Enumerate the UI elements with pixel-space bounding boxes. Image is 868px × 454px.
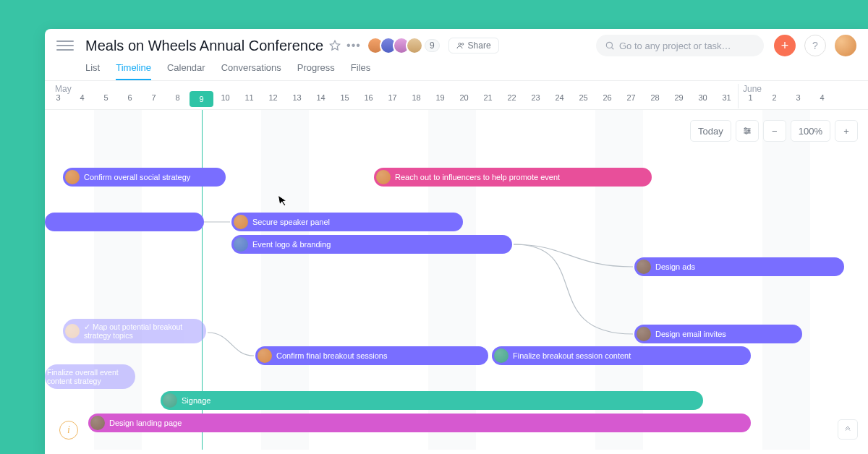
assignee-avatar (637, 260, 651, 274)
timeline-body[interactable]: Today − 100% + Confirm overall social st… (45, 110, 868, 450)
svg-point-10 (745, 132, 746, 134)
day-cell[interactable]: 2 (762, 93, 786, 107)
info-icon[interactable]: i (59, 421, 78, 440)
app-window: Meals on Wheels Annual Conference ••• 9 … (45, 29, 868, 454)
people-icon (456, 41, 465, 50)
day-cell[interactable]: 29 (667, 93, 691, 107)
zoom-out-button[interactable]: − (763, 120, 786, 142)
assignee-avatar (258, 348, 272, 363)
task-design-email[interactable]: Design email invites (634, 325, 802, 343)
day-cell[interactable]: 26 (595, 93, 619, 107)
task-finalize-overall[interactable]: Finalize overall event content strategy (45, 364, 135, 389)
assignee-avatar (234, 215, 248, 229)
day-cell[interactable]: 10 (213, 93, 237, 107)
day-cell[interactable]: 18 (404, 93, 428, 107)
task-label: Design email invites (655, 330, 726, 338)
day-cell[interactable]: 3 (786, 93, 810, 107)
task-confirm-breakout[interactable]: Confirm final breakout sessions (255, 346, 488, 365)
svg-line-4 (612, 48, 614, 50)
zoom-in-button[interactable]: + (835, 120, 858, 142)
day-cell[interactable]: 28 (643, 93, 667, 107)
day-cell[interactable]: 9 (190, 91, 213, 107)
day-cell[interactable]: 22 (500, 93, 524, 107)
task-signage[interactable]: Signage (161, 391, 703, 410)
tab-list[interactable]: List (85, 62, 100, 80)
zoom-level[interactable]: 100% (791, 120, 830, 142)
profile-avatar[interactable] (835, 35, 856, 56)
day-cell[interactable]: 8 (166, 93, 190, 107)
task-design-ads[interactable]: Design ads (634, 257, 844, 276)
star-icon[interactable] (329, 40, 341, 51)
member-count: 9 (425, 39, 440, 52)
svg-marker-0 (330, 40, 339, 50)
help-button[interactable]: ? (804, 35, 826, 56)
svg-point-8 (744, 128, 746, 129)
day-cell[interactable]: 13 (285, 93, 309, 107)
task-label: Reach out to influencers to help promote… (395, 173, 560, 181)
assignee-avatar (90, 416, 105, 430)
day-cell[interactable]: 4 (70, 93, 94, 107)
day-cell[interactable]: 20 (452, 93, 476, 107)
add-button[interactable]: + (774, 35, 796, 56)
timeline-header: May June 3456789101112131415161718192021… (45, 81, 868, 110)
assignee-avatar (163, 393, 177, 408)
member-avatars[interactable]: 9 (371, 37, 440, 54)
tab-timeline[interactable]: Timeline (116, 62, 151, 80)
scroll-top-button[interactable] (838, 419, 858, 440)
tab-files[interactable]: Files (351, 62, 370, 80)
assignee-avatar (65, 170, 80, 184)
tab-progress[interactable]: Progress (297, 62, 335, 80)
task-confirm-social[interactable]: Confirm overall social strategy (63, 168, 226, 187)
day-cell[interactable]: 1 (739, 93, 762, 107)
task-label: Design ads (655, 262, 695, 271)
month-label-left: May (55, 84, 72, 94)
task-label: Design landing page (109, 419, 182, 427)
day-cell[interactable]: 4 (810, 93, 834, 107)
task-prior-bar[interactable] (45, 213, 204, 231)
task-reach-influencers[interactable]: Reach out to influencers to help promote… (374, 168, 652, 187)
assignee-avatar (234, 237, 248, 252)
day-cell[interactable]: 27 (619, 93, 643, 107)
svg-point-3 (606, 42, 612, 48)
days-row: 3456789101112131415161718192021222324252… (45, 93, 868, 107)
task-finalize-breakout[interactable]: Finalize breakout session content (492, 346, 751, 365)
today-button[interactable]: Today (690, 120, 731, 142)
search-icon (605, 40, 615, 51)
day-cell[interactable]: 15 (333, 93, 357, 107)
task-event-logo[interactable]: Event logo & branding (231, 235, 512, 254)
task-secure-speaker[interactable]: Secure speaker panel (231, 213, 463, 231)
menu-icon[interactable] (56, 37, 74, 54)
task-label: Confirm overall social strategy (84, 173, 190, 181)
day-cell[interactable]: 31 (715, 93, 739, 107)
task-label: ✓ Map out potential breakout strategy to… (84, 322, 200, 340)
assignee-avatar (65, 324, 80, 338)
task-label: Confirm final breakout sessions (276, 351, 387, 360)
day-cell[interactable]: 16 (357, 93, 380, 107)
day-cell[interactable]: 5 (94, 93, 118, 107)
day-cell[interactable]: 17 (380, 93, 404, 107)
day-cell[interactable]: 24 (548, 93, 571, 107)
task-design-landing[interactable]: Design landing page (88, 414, 751, 432)
task-label: Secure speaker panel (252, 218, 330, 226)
svg-point-2 (461, 43, 464, 46)
top-bar: Meals on Wheels Annual Conference ••• 9 … (45, 29, 868, 62)
share-button[interactable]: Share (448, 38, 499, 53)
day-cell[interactable]: 11 (237, 93, 261, 107)
tab-calendar[interactable]: Calendar (167, 62, 205, 80)
task-map-breakout[interactable]: ✓ Map out potential breakout strategy to… (63, 319, 206, 343)
day-cell[interactable]: 14 (309, 93, 333, 107)
day-cell[interactable]: 25 (571, 93, 595, 107)
search-input[interactable]: Go to any project or task… (596, 35, 764, 56)
day-cell[interactable]: 19 (428, 93, 452, 107)
task-label: Finalize breakout session content (513, 351, 631, 360)
settings-icon[interactable] (736, 120, 759, 142)
tab-conversations[interactable]: Conversations (221, 62, 281, 80)
day-cell[interactable]: 30 (691, 93, 715, 107)
more-icon[interactable]: ••• (346, 39, 361, 52)
day-cell[interactable]: 3 (46, 93, 70, 107)
day-cell[interactable]: 6 (118, 93, 142, 107)
day-cell[interactable]: 21 (476, 93, 500, 107)
day-cell[interactable]: 23 (524, 93, 548, 107)
day-cell[interactable]: 12 (261, 93, 285, 107)
day-cell[interactable]: 7 (142, 93, 166, 107)
